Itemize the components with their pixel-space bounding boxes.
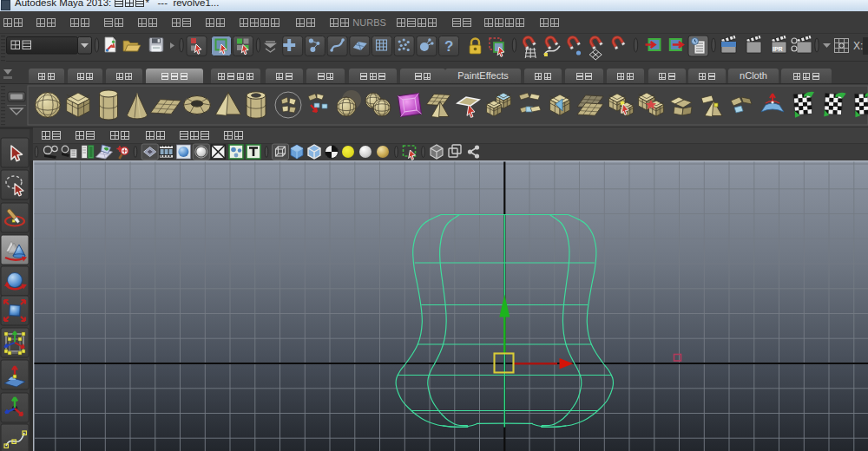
- svg-text:IPR: IPR: [773, 46, 783, 52]
- svg-text:?: ?: [444, 38, 453, 55]
- svg-text:X:: X:: [853, 40, 863, 52]
